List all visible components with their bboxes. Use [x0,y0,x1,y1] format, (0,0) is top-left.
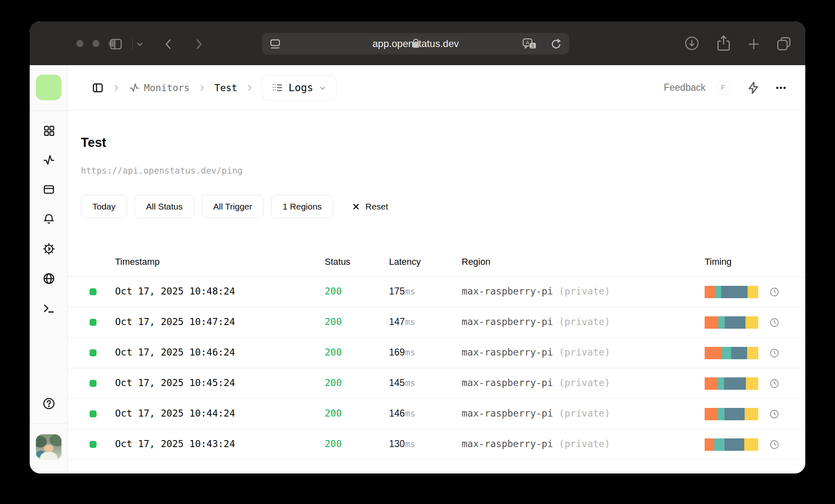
zap-icon[interactable] [747,81,760,94]
timing-segment [718,316,725,329]
clock-icon[interactable] [769,440,779,450]
logs-table: Timestamp Status Latency Region Timing O… [68,249,805,460]
user-avatar[interactable] [36,434,61,460]
sidebar-divider [30,111,68,111]
timing-segment [724,438,744,451]
chevron-right-icon [113,84,120,92]
minimize-window-button[interactable] [92,40,99,47]
log-row[interactable]: Oct 17, 2025 10:48:24 200 175ms max-rasp… [68,277,805,307]
view-selector-button[interactable]: Logs [262,75,337,101]
clock-icon[interactable] [769,348,779,358]
browser-window: app.openstatus.dev A 文 [30,21,805,473]
column-header-timestamp[interactable]: Timestamp [115,257,160,267]
filter-bar: Today All Status All Trigger 1 Regions R… [81,195,388,218]
sidebar-divider [30,423,68,424]
filter-regions-button[interactable]: 1 Regions [271,195,333,218]
breadcrumb: Monitors Test Logs [92,75,664,101]
workspace-avatar[interactable] [36,75,61,100]
feedback-link[interactable]: Feedback [664,82,705,93]
back-button[interactable] [163,37,175,51]
clock-icon[interactable] [769,287,779,297]
log-latency: 147ms [389,316,415,327]
clock-icon[interactable] [769,409,779,419]
timing-segment [705,347,722,359]
chevron-right-icon [246,84,253,92]
timing-segment [731,347,747,359]
filter-status-button[interactable]: All Status [134,195,194,218]
log-timestamp: Oct 17, 2025 10:48:24 [115,286,235,297]
column-header-timing[interactable]: Timing [705,257,731,267]
main-content: Test https://api.openstatus.dev/ping Tod… [68,111,805,473]
reset-filters-button[interactable]: Reset [351,202,388,212]
log-latency: 130ms [389,438,415,450]
sidebar-menu-chevron-icon[interactable] [136,41,144,47]
timing-segment [745,408,758,420]
tab-overview-icon[interactable] [776,35,792,52]
breadcrumb-monitors[interactable]: Monitors [129,82,190,93]
log-latency: 145ms [389,377,415,389]
breadcrumb-monitor-name[interactable]: Test [215,82,237,93]
column-header-latency[interactable]: Latency [389,257,421,267]
log-row[interactable]: Oct 17, 2025 10:46:24 200 169ms max-rasp… [68,338,805,368]
log-row[interactable]: Oct 17, 2025 10:44:24 200 146ms max-rasp… [68,399,805,429]
downloads-icon[interactable] [684,35,700,51]
translate-icon[interactable]: A 文 [522,38,537,50]
logs-icon [272,82,283,93]
log-timestamp: Oct 17, 2025 10:44:24 [115,408,235,419]
log-row[interactable]: Oct 17, 2025 10:45:24 200 145ms max-rasp… [68,368,805,399]
filter-trigger-button[interactable]: All Trigger [202,195,264,218]
sidebar-item-settings-icon[interactable] [42,243,55,255]
sidebar-item-dashboard-icon[interactable] [42,124,55,137]
sidebar-item-regions-icon[interactable] [42,272,55,285]
table-header: Timestamp Status Latency Region Timing [68,249,805,277]
sidebar-item-cli-icon[interactable] [42,302,55,315]
log-status: 200 [325,286,342,297]
timing-segment [705,286,715,298]
timing-bar [705,316,758,329]
timing-segment [705,316,718,329]
chevron-right-icon [198,84,206,92]
toolbar-divider [131,39,134,49]
log-row[interactable]: Oct 17, 2025 10:43:24 200 130ms max-rasp… [68,429,805,460]
clock-icon[interactable] [769,379,779,389]
status-indicator [90,319,97,326]
log-region: max-raspberry-pi (private) [462,377,610,388]
timing-segment [705,408,717,420]
close-window-button[interactable] [76,40,83,47]
filter-date-button[interactable]: Today [81,195,127,218]
timing-segment [746,377,758,390]
log-region: max-raspberry-pi (private) [462,438,610,449]
more-options-icon[interactable] [775,82,787,94]
status-indicator [90,410,97,417]
app-sidebar [30,65,68,473]
log-latency: 169ms [389,347,415,358]
clock-icon[interactable] [769,318,779,327]
sidebar-item-status-pages-icon[interactable] [42,183,55,196]
log-latency: 175ms [389,286,415,297]
app-sidebar-toggle-icon[interactable] [92,82,104,94]
browser-sidebar-toggle-icon[interactable] [109,37,123,51]
share-icon[interactable] [716,34,731,52]
new-tab-icon[interactable] [747,37,761,51]
log-row[interactable]: Oct 17, 2025 10:47:24 200 147ms max-rasp… [68,307,805,338]
page-title: Test [81,135,106,150]
close-icon [351,202,361,211]
timing-segment [705,377,717,390]
sidebar-item-notifications-icon[interactable] [42,212,55,225]
reload-icon[interactable] [550,38,563,51]
forward-button[interactable] [192,37,205,51]
timing-bar [705,286,758,298]
timing-segment [721,286,748,298]
svg-text:文: 文 [531,43,535,48]
timing-segment [714,438,724,451]
log-timestamp: Oct 17, 2025 10:45:24 [115,377,235,388]
log-status: 200 [325,438,342,449]
sidebar-item-monitors-icon[interactable] [42,153,55,166]
column-header-status[interactable]: Status [325,257,350,267]
timing-segment [724,377,746,390]
help-icon[interactable] [42,397,55,410]
timing-bar [705,347,758,359]
address-bar[interactable]: app.openstatus.dev A 文 [262,33,569,54]
column-header-region[interactable]: Region [462,257,491,267]
svg-text:A: A [526,40,529,46]
